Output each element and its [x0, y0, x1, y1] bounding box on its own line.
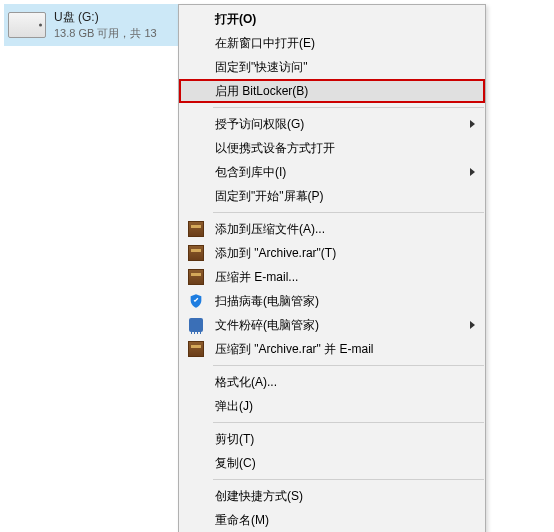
- menu-separator: [213, 212, 484, 213]
- menu-cut[interactable]: 剪切(T): [179, 427, 485, 451]
- menu-include-library-label: 包含到库中(I): [215, 164, 286, 181]
- menu-rename-label: 重命名(M): [215, 512, 269, 529]
- menu-add-rar[interactable]: 添加到 "Archive.rar"(T): [179, 241, 485, 265]
- menu-shred-label: 文件粉碎(电脑管家): [215, 317, 319, 334]
- context-menu: 打开(O) 在新窗口中打开(E) 固定到"快速访问" 启用 BitLocker(…: [178, 4, 486, 532]
- menu-open-new-window[interactable]: 在新窗口中打开(E): [179, 31, 485, 55]
- menu-cut-label: 剪切(T): [215, 431, 254, 448]
- menu-shred[interactable]: 文件粉碎(电脑管家): [179, 313, 485, 337]
- menu-include-library[interactable]: 包含到库中(I): [179, 160, 485, 184]
- menu-grant-access-label: 授予访问权限(G): [215, 116, 304, 133]
- menu-separator: [213, 479, 484, 480]
- shredder-icon: [187, 316, 205, 334]
- rar-icon: [187, 340, 205, 358]
- drive-status: 13.8 GB 可用，共 13: [54, 26, 157, 41]
- rar-icon: [187, 268, 205, 286]
- menu-copy[interactable]: 复制(C): [179, 451, 485, 475]
- menu-copy-label: 复制(C): [215, 455, 256, 472]
- menu-open-portable[interactable]: 以便携式设备方式打开: [179, 136, 485, 160]
- drive-text: U盘 (G:) 13.8 GB 可用，共 13: [54, 9, 157, 40]
- menu-pin-quick-access-label: 固定到"快速访问": [215, 59, 308, 76]
- menu-pin-start[interactable]: 固定到"开始"屏幕(P): [179, 184, 485, 208]
- menu-enable-bitlocker[interactable]: 启用 BitLocker(B): [179, 79, 485, 103]
- rar-icon: [187, 244, 205, 262]
- menu-rename[interactable]: 重命名(M): [179, 508, 485, 532]
- menu-open-portable-label: 以便携式设备方式打开: [215, 140, 335, 157]
- menu-add-archive-label: 添加到压缩文件(A)...: [215, 221, 325, 238]
- menu-create-shortcut[interactable]: 创建快捷方式(S): [179, 484, 485, 508]
- menu-scan-virus-label: 扫描病毒(电脑管家): [215, 293, 319, 310]
- rar-icon: [187, 220, 205, 238]
- menu-create-shortcut-label: 创建快捷方式(S): [215, 488, 303, 505]
- menu-compress-rar-email[interactable]: 压缩到 "Archive.rar" 并 E-mail: [179, 337, 485, 361]
- menu-separator: [213, 107, 484, 108]
- menu-format[interactable]: 格式化(A)...: [179, 370, 485, 394]
- menu-open-new-window-label: 在新窗口中打开(E): [215, 35, 315, 52]
- menu-pin-start-label: 固定到"开始"屏幕(P): [215, 188, 324, 205]
- menu-enable-bitlocker-label: 启用 BitLocker(B): [215, 83, 308, 100]
- menu-eject-label: 弹出(J): [215, 398, 253, 415]
- chevron-right-icon: [470, 120, 475, 128]
- menu-separator: [213, 365, 484, 366]
- menu-separator: [213, 422, 484, 423]
- menu-add-archive[interactable]: 添加到压缩文件(A)...: [179, 217, 485, 241]
- menu-compress-email-label: 压缩并 E-mail...: [215, 269, 298, 286]
- menu-compress-email[interactable]: 压缩并 E-mail...: [179, 265, 485, 289]
- shield-icon: [187, 292, 205, 310]
- chevron-right-icon: [470, 168, 475, 176]
- menu-compress-rar-email-label: 压缩到 "Archive.rar" 并 E-mail: [215, 341, 374, 358]
- menu-open-label: 打开(O): [215, 11, 256, 28]
- menu-add-rar-label: 添加到 "Archive.rar"(T): [215, 245, 336, 262]
- menu-format-label: 格式化(A)...: [215, 374, 277, 391]
- drive-name: U盘 (G:): [54, 9, 157, 25]
- menu-eject[interactable]: 弹出(J): [179, 394, 485, 418]
- menu-open[interactable]: 打开(O): [179, 7, 485, 31]
- menu-scan-virus[interactable]: 扫描病毒(电脑管家): [179, 289, 485, 313]
- menu-pin-quick-access[interactable]: 固定到"快速访问": [179, 55, 485, 79]
- usb-drive-icon: [8, 12, 46, 38]
- menu-grant-access[interactable]: 授予访问权限(G): [179, 112, 485, 136]
- chevron-right-icon: [470, 321, 475, 329]
